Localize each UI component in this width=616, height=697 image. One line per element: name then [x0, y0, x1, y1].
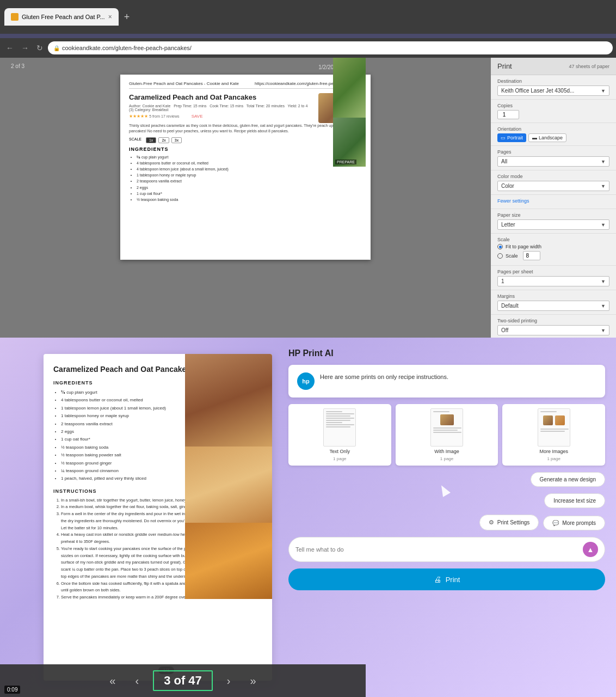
ai-send-btn[interactable]: ▲	[583, 542, 598, 557]
landscape-label: Landscape	[539, 135, 563, 140]
paper-size-label: Paper size	[497, 212, 609, 218]
print-settings-btn[interactable]: ⚙ Print Settings	[479, 515, 539, 530]
preview-img	[440, 414, 454, 425]
landscape-btn[interactable]: ▬ Landscape	[528, 133, 566, 142]
print-sheets: 47 sheets of paper	[569, 64, 609, 69]
side-images: PREPARE	[333, 58, 366, 167]
generate-design-btn[interactable]: Generate a new design	[531, 472, 605, 487]
destination-select[interactable]: Keith Office Laser Jet 4305d... ▼	[497, 85, 609, 96]
color-select[interactable]: Color ▼	[497, 181, 609, 191]
scale-3x[interactable]: 3x	[171, 137, 182, 143]
orientation-btns: ▭ Portrait ▬ Landscape	[497, 133, 609, 142]
rp-photo-2	[185, 447, 272, 523]
back-btn[interactable]: ←	[3, 42, 16, 54]
pps-section: Pages per sheet 1 ▼	[491, 266, 616, 290]
line	[433, 430, 458, 431]
more-images-pages: 1 page	[547, 456, 560, 461]
pages-label: Pages	[497, 149, 609, 155]
line	[540, 411, 557, 412]
rp-title: Caramelized Peach and Oat Pancakes	[53, 365, 190, 374]
pages-select[interactable]: All ▼	[497, 156, 609, 167]
scale-2x[interactable]: 2x	[158, 137, 169, 143]
tab-close-btn[interactable]: ×	[108, 13, 112, 21]
refresh-btn[interactable]: ↻	[34, 42, 46, 54]
browser-chrome: Gluten Free Peach and Oat P... × +	[0, 0, 616, 34]
prev-page-btn[interactable]: ‹	[130, 671, 144, 690]
landscape-icon: ▬	[532, 135, 537, 140]
destination-value: Keith Office Laser Jet 4305d...	[501, 88, 574, 94]
last-page-btn[interactable]: »	[245, 671, 262, 690]
with-image-option[interactable]: With Image 1 page	[396, 404, 498, 466]
line	[433, 411, 449, 412]
scale-radio[interactable]: Scale	[497, 251, 609, 260]
line	[326, 411, 342, 412]
rp-photo-grid	[185, 354, 272, 681]
ingredient-list-print: ⅔ cup plain yogurt 4 tablespoons butter …	[129, 154, 362, 203]
with-image-preview	[430, 408, 463, 447]
ai-input[interactable]	[295, 546, 578, 553]
fit-to-page-radio[interactable]: Fit to page width	[497, 244, 609, 249]
fit-radio-dot	[497, 244, 503, 249]
ai-print-btn[interactable]: 🖨 Print	[288, 568, 605, 590]
scale-radio-dot	[497, 253, 503, 259]
copies-input[interactable]	[497, 110, 519, 119]
video-timer: 0:09	[4, 686, 20, 694]
new-tab-btn[interactable]: +	[124, 11, 130, 23]
recipe-desc: Thinly sliced peaches caramelize as they…	[129, 123, 362, 134]
orientation-label: Orientation	[497, 126, 609, 132]
two-sided-arrow: ▼	[601, 328, 606, 333]
hp-ai-panel: HP Print AI hp Here are some prints on o…	[283, 338, 616, 697]
next-page-btn[interactable]: ›	[221, 671, 236, 690]
with-image-lines	[431, 409, 463, 435]
text-only-option[interactable]: Text Only 1 page	[288, 404, 391, 466]
save-btn-print[interactable]: SAVE	[192, 114, 203, 119]
two-sided-value: Off	[501, 327, 508, 333]
portrait-icon: ▭	[501, 135, 506, 140]
scale-1x[interactable]: 1x	[146, 137, 156, 143]
portrait-btn[interactable]: ▭ Portrait	[497, 133, 526, 142]
address-bar[interactable]: 🔒 cookieandkate.com/gluten-free-peach-pa…	[48, 41, 613, 54]
ingredient-item: ½ teaspoon baking soda	[137, 197, 362, 203]
rp-photo-3	[185, 523, 272, 599]
more-prompts-label: More prompts	[562, 520, 596, 526]
margins-section: Margins Default ▼	[491, 290, 616, 315]
stars: ★★★★★	[129, 114, 148, 119]
tab-title: Gluten Free Peach and Oat P...	[22, 14, 105, 20]
gear-icon: ⚙	[489, 519, 494, 526]
paper-size-section: Paper size Letter ▼	[491, 209, 616, 234]
hp-logo: hp	[297, 372, 315, 390]
more-images-lines	[538, 409, 570, 434]
paper-size-select[interactable]: Letter ▼	[497, 219, 609, 230]
fewer-settings-btn[interactable]: Fewer settings	[497, 198, 609, 204]
side-image-2: PREPARE	[333, 118, 366, 167]
preview-img	[555, 415, 565, 425]
lock-icon: 🔒	[53, 45, 60, 51]
forward-btn[interactable]: →	[19, 42, 32, 54]
ingredient-item: 4 tablespoons butter or coconut oil, mel…	[137, 160, 362, 166]
first-page-btn[interactable]: «	[104, 671, 121, 690]
bottom-section: Caramelized Peach and Oat Pancakes COOKI…	[0, 338, 616, 697]
margins-select[interactable]: Default ▼	[497, 301, 609, 311]
more-prompts-btn[interactable]: 💬 More prompts	[543, 516, 605, 530]
text-only-lines	[324, 409, 355, 430]
print-settings-label: Print Settings	[497, 519, 529, 525]
nav-overlay: « ‹ 3 of 47 › »	[0, 664, 366, 697]
prepare-label: PREPARE	[335, 160, 356, 164]
scale-label: SCALE	[129, 137, 141, 143]
settings-prompts-row: ⚙ Print Settings 💬 More prompts	[288, 515, 605, 530]
pps-select[interactable]: 1 ▼	[497, 276, 609, 286]
margins-label: Margins	[497, 294, 609, 299]
scale-radio-label: Scale	[506, 253, 518, 259]
ingredient-item: 1 tablespoon honey or maple syrup	[137, 172, 362, 178]
author: Author: Cookie and Kate	[129, 104, 170, 108]
more-images-option[interactable]: More Images 1 page	[502, 404, 605, 466]
browser-tab[interactable]: Gluten Free Peach and Oat P... ×	[4, 8, 119, 26]
scale-input[interactable]	[523, 251, 540, 260]
color-arrow: ▼	[601, 184, 606, 189]
destination-label: Destination	[497, 78, 609, 84]
scale-section: Scale Fit to page width Scale	[491, 234, 616, 266]
ingredient-item: 2 teaspoons vanilla extract	[137, 178, 362, 184]
increase-text-btn[interactable]: Increase text size	[544, 493, 605, 508]
more-images-preview	[538, 408, 570, 447]
two-sided-select[interactable]: Off ▼	[497, 325, 609, 335]
